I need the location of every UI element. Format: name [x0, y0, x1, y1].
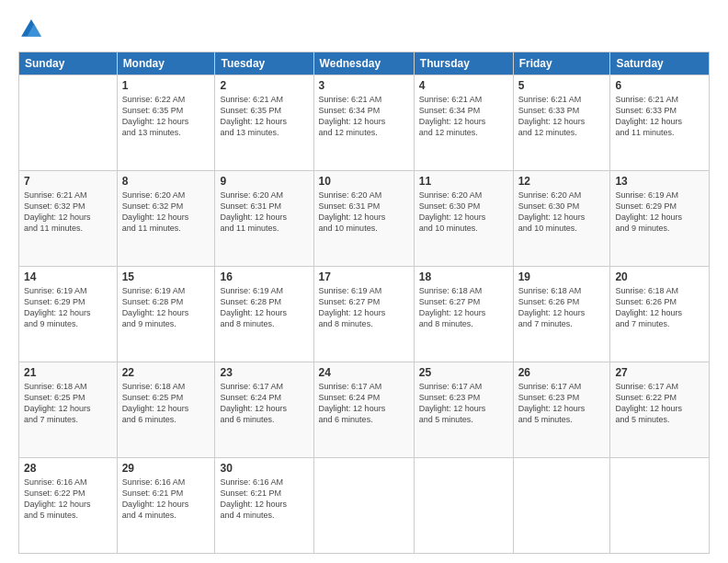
table-row: 7Sunrise: 6:21 AM Sunset: 6:32 PM Daylig… — [19, 171, 118, 267]
day-number: 6 — [615, 79, 704, 92]
table-row: 30Sunrise: 6:16 AM Sunset: 6:21 PM Dayli… — [215, 458, 313, 554]
table-row: 3Sunrise: 6:21 AM Sunset: 6:34 PM Daylig… — [313, 75, 414, 171]
day-info: Sunrise: 6:18 AM Sunset: 6:25 PM Dayligh… — [24, 381, 112, 426]
day-info: Sunrise: 6:20 AM Sunset: 6:31 PM Dayligh… — [220, 190, 308, 235]
logo — [18, 17, 48, 42]
day-number: 11 — [419, 175, 508, 188]
day-info: Sunrise: 6:21 AM Sunset: 6:34 PM Dayligh… — [319, 94, 409, 139]
calendar-week-row: 1Sunrise: 6:22 AM Sunset: 6:35 PM Daylig… — [19, 75, 710, 171]
table-row: 1Sunrise: 6:22 AM Sunset: 6:35 PM Daylig… — [117, 75, 215, 171]
table-row: 18Sunrise: 6:18 AM Sunset: 6:27 PM Dayli… — [414, 267, 513, 362]
day-number: 16 — [220, 270, 308, 283]
day-info: Sunrise: 6:19 AM Sunset: 6:29 PM Dayligh… — [615, 190, 704, 235]
day-info: Sunrise: 6:20 AM Sunset: 6:31 PM Dayligh… — [319, 190, 409, 235]
day-info: Sunrise: 6:17 AM Sunset: 6:24 PM Dayligh… — [220, 381, 308, 426]
day-number: 8 — [122, 175, 210, 188]
table-row: 10Sunrise: 6:20 AM Sunset: 6:31 PM Dayli… — [313, 171, 414, 267]
col-wednesday: Wednesday — [313, 52, 414, 75]
day-info: Sunrise: 6:17 AM Sunset: 6:23 PM Dayligh… — [518, 381, 606, 426]
calendar-week-row: 14Sunrise: 6:19 AM Sunset: 6:29 PM Dayli… — [19, 267, 710, 362]
day-number: 15 — [122, 270, 210, 283]
day-number: 19 — [518, 270, 606, 283]
day-number: 23 — [220, 366, 308, 379]
day-number: 2 — [220, 79, 308, 92]
table-row: 15Sunrise: 6:19 AM Sunset: 6:28 PM Dayli… — [117, 267, 215, 362]
day-number: 29 — [122, 462, 210, 475]
day-info: Sunrise: 6:18 AM Sunset: 6:25 PM Dayligh… — [122, 381, 210, 426]
day-number: 7 — [24, 175, 112, 188]
table-row: 20Sunrise: 6:18 AM Sunset: 6:26 PM Dayli… — [610, 267, 710, 362]
day-number: 12 — [518, 175, 606, 188]
calendar-week-row: 7Sunrise: 6:21 AM Sunset: 6:32 PM Daylig… — [19, 171, 710, 267]
table-row: 25Sunrise: 6:17 AM Sunset: 6:23 PM Dayli… — [414, 362, 513, 458]
day-number: 3 — [319, 79, 409, 92]
day-number: 4 — [419, 79, 508, 92]
table-row: 22Sunrise: 6:18 AM Sunset: 6:25 PM Dayli… — [117, 362, 215, 458]
day-info: Sunrise: 6:16 AM Sunset: 6:22 PM Dayligh… — [24, 477, 112, 522]
day-number: 9 — [220, 175, 308, 188]
day-info: Sunrise: 6:21 AM Sunset: 6:33 PM Dayligh… — [518, 94, 606, 139]
col-sunday: Sunday — [19, 52, 118, 75]
day-number: 1 — [122, 79, 210, 92]
day-info: Sunrise: 6:21 AM Sunset: 6:33 PM Dayligh… — [615, 94, 704, 139]
col-saturday: Saturday — [610, 52, 710, 75]
table-row: 6Sunrise: 6:21 AM Sunset: 6:33 PM Daylig… — [610, 75, 710, 171]
day-number: 18 — [419, 270, 508, 283]
table-row: 2Sunrise: 6:21 AM Sunset: 6:35 PM Daylig… — [215, 75, 313, 171]
day-info: Sunrise: 6:19 AM Sunset: 6:29 PM Dayligh… — [24, 285, 112, 330]
table-row — [414, 458, 513, 554]
day-info: Sunrise: 6:19 AM Sunset: 6:28 PM Dayligh… — [122, 285, 210, 330]
table-row: 26Sunrise: 6:17 AM Sunset: 6:23 PM Dayli… — [513, 362, 610, 458]
table-row: 29Sunrise: 6:16 AM Sunset: 6:21 PM Dayli… — [117, 458, 215, 554]
day-info: Sunrise: 6:18 AM Sunset: 6:26 PM Dayligh… — [615, 285, 704, 330]
calendar-week-row: 28Sunrise: 6:16 AM Sunset: 6:22 PM Dayli… — [19, 458, 710, 554]
page: Sunday Monday Tuesday Wednesday Thursday… — [0, 0, 728, 563]
table-row: 19Sunrise: 6:18 AM Sunset: 6:26 PM Dayli… — [513, 267, 610, 362]
table-row: 14Sunrise: 6:19 AM Sunset: 6:29 PM Dayli… — [19, 267, 118, 362]
table-row: 27Sunrise: 6:17 AM Sunset: 6:22 PM Dayli… — [610, 362, 710, 458]
day-info: Sunrise: 6:20 AM Sunset: 6:30 PM Dayligh… — [419, 190, 508, 235]
day-info: Sunrise: 6:21 AM Sunset: 6:32 PM Dayligh… — [24, 190, 112, 235]
day-number: 26 — [518, 366, 606, 379]
day-info: Sunrise: 6:20 AM Sunset: 6:30 PM Dayligh… — [518, 190, 606, 235]
table-row: 5Sunrise: 6:21 AM Sunset: 6:33 PM Daylig… — [513, 75, 610, 171]
table-row: 11Sunrise: 6:20 AM Sunset: 6:30 PM Dayli… — [414, 171, 513, 267]
table-row: 28Sunrise: 6:16 AM Sunset: 6:22 PM Dayli… — [19, 458, 118, 554]
table-row: 23Sunrise: 6:17 AM Sunset: 6:24 PM Dayli… — [215, 362, 313, 458]
day-number: 5 — [518, 79, 606, 92]
table-row: 13Sunrise: 6:19 AM Sunset: 6:29 PM Dayli… — [610, 171, 710, 267]
day-number: 22 — [122, 366, 210, 379]
calendar-week-row: 21Sunrise: 6:18 AM Sunset: 6:25 PM Dayli… — [19, 362, 710, 458]
calendar-header-row: Sunday Monday Tuesday Wednesday Thursday… — [19, 52, 710, 75]
col-tuesday: Tuesday — [215, 52, 313, 75]
day-info: Sunrise: 6:21 AM Sunset: 6:35 PM Dayligh… — [220, 94, 308, 139]
day-number: 28 — [24, 462, 112, 475]
day-number: 14 — [24, 270, 112, 283]
day-info: Sunrise: 6:18 AM Sunset: 6:27 PM Dayligh… — [419, 285, 508, 330]
table-row: 17Sunrise: 6:19 AM Sunset: 6:27 PM Dayli… — [313, 267, 414, 362]
day-number: 25 — [419, 366, 508, 379]
table-row: 8Sunrise: 6:20 AM Sunset: 6:32 PM Daylig… — [117, 171, 215, 267]
day-info: Sunrise: 6:16 AM Sunset: 6:21 PM Dayligh… — [122, 477, 210, 522]
day-info: Sunrise: 6:16 AM Sunset: 6:21 PM Dayligh… — [220, 477, 308, 522]
table-row — [610, 458, 710, 554]
day-number: 21 — [24, 366, 112, 379]
logo-icon — [18, 17, 44, 42]
table-row — [313, 458, 414, 554]
table-row — [513, 458, 610, 554]
day-number: 13 — [615, 175, 704, 188]
table-row: 4Sunrise: 6:21 AM Sunset: 6:34 PM Daylig… — [414, 75, 513, 171]
table-row: 16Sunrise: 6:19 AM Sunset: 6:28 PM Dayli… — [215, 267, 313, 362]
day-info: Sunrise: 6:19 AM Sunset: 6:28 PM Dayligh… — [220, 285, 308, 330]
table-row: 12Sunrise: 6:20 AM Sunset: 6:30 PM Dayli… — [513, 171, 610, 267]
day-number: 17 — [319, 270, 409, 283]
day-info: Sunrise: 6:17 AM Sunset: 6:23 PM Dayligh… — [419, 381, 508, 426]
table-row: 9Sunrise: 6:20 AM Sunset: 6:31 PM Daylig… — [215, 171, 313, 267]
header — [18, 17, 710, 42]
day-info: Sunrise: 6:17 AM Sunset: 6:24 PM Dayligh… — [319, 381, 409, 426]
table-row — [19, 75, 118, 171]
col-monday: Monday — [117, 52, 215, 75]
calendar: Sunday Monday Tuesday Wednesday Thursday… — [18, 52, 710, 554]
col-thursday: Thursday — [414, 52, 513, 75]
day-info: Sunrise: 6:19 AM Sunset: 6:27 PM Dayligh… — [319, 285, 409, 330]
